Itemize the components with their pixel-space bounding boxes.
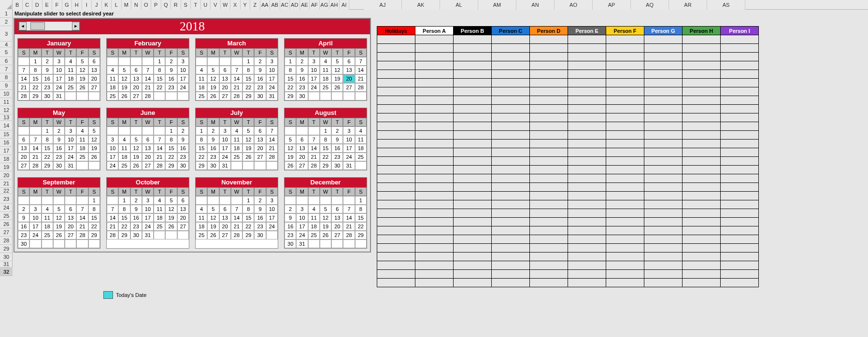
day-cell[interactable]: 21	[308, 153, 320, 161]
day-cell[interactable]: 18	[196, 83, 207, 92]
person-cell[interactable]	[530, 218, 568, 226]
day-cell[interactable]	[130, 57, 142, 66]
day-cell[interactable]: 25	[42, 231, 53, 239]
person-cell[interactable]	[644, 244, 683, 253]
person-cell[interactable]	[721, 70, 759, 79]
day-cell[interactable]: 17	[343, 144, 355, 153]
person-cell[interactable]	[721, 183, 759, 192]
col-header[interactable]: AA	[260, 0, 270, 10]
day-cell[interactable]: 21	[29, 153, 41, 161]
day-cell[interactable]: 12	[165, 205, 177, 213]
day-cell[interactable]: 2	[165, 57, 177, 66]
day-cell[interactable]: 22	[285, 83, 296, 92]
person-cell[interactable]	[644, 79, 683, 87]
person-cell[interactable]	[644, 96, 683, 105]
col-header[interactable]: I	[82, 0, 92, 10]
person-cell[interactable]	[377, 244, 415, 253]
day-cell[interactable]: 7	[29, 135, 41, 144]
person-cell[interactable]	[721, 174, 759, 183]
person-cell[interactable]	[454, 131, 492, 140]
person-cell[interactable]	[568, 183, 606, 192]
person-cell[interactable]	[721, 35, 759, 44]
col-header[interactable]: R	[171, 0, 181, 10]
person-cell[interactable]	[568, 122, 606, 131]
person-cell[interactable]	[492, 166, 530, 174]
person-cell[interactable]	[721, 235, 759, 244]
day-cell[interactable]: 5	[165, 196, 177, 205]
person-cell[interactable]	[377, 183, 415, 192]
person-cell[interactable]	[721, 87, 759, 96]
person-cell[interactable]	[606, 226, 644, 235]
person-cell[interactable]	[377, 166, 415, 174]
day-cell[interactable]	[355, 161, 367, 170]
day-cell[interactable]	[177, 231, 189, 239]
day-cell[interactable]	[196, 57, 207, 66]
day-cell[interactable]: 21	[18, 83, 29, 92]
day-cell[interactable]: 6	[177, 196, 189, 205]
day-cell[interactable]	[308, 196, 320, 205]
person-cell[interactable]	[606, 200, 644, 209]
person-cell[interactable]	[415, 174, 454, 183]
person-cell[interactable]	[454, 235, 492, 244]
day-cell[interactable]: 20	[142, 153, 154, 161]
person-header[interactable]: Person H	[683, 27, 721, 35]
day-cell[interactable]: 12	[242, 135, 254, 144]
day-cell[interactable]	[118, 126, 130, 135]
day-cell[interactable]: 19	[76, 74, 88, 83]
row-header[interactable]: 29	[0, 245, 13, 253]
day-cell[interactable]: 12	[130, 144, 142, 153]
person-cell[interactable]	[492, 44, 530, 53]
person-cell[interactable]	[683, 174, 721, 183]
person-cell[interactable]	[606, 113, 644, 122]
row-header[interactable]: 12	[0, 106, 13, 114]
person-cell[interactable]	[683, 131, 721, 140]
person-cell[interactable]	[568, 140, 606, 148]
person-cell[interactable]	[454, 226, 492, 235]
day-cell[interactable]	[29, 126, 41, 135]
day-cell[interactable]: 16	[130, 213, 142, 222]
day-cell[interactable]: 15	[242, 213, 254, 222]
col-header[interactable]: F	[52, 0, 62, 10]
day-cell[interactable]: 30	[285, 239, 296, 248]
person-cell[interactable]	[377, 35, 415, 44]
day-cell[interactable]	[308, 92, 320, 100]
day-cell[interactable]: 31	[266, 92, 278, 100]
day-cell[interactable]: 6	[130, 66, 142, 74]
person-cell[interactable]	[606, 253, 644, 261]
col-header[interactable]: Q	[161, 0, 171, 10]
col-header[interactable]: E	[43, 0, 53, 10]
person-cell[interactable]	[492, 148, 530, 157]
person-cell[interactable]	[377, 279, 415, 287]
day-cell[interactable]: 14	[266, 135, 278, 144]
day-cell[interactable]: 13	[296, 144, 308, 153]
day-cell[interactable]: 6	[219, 66, 231, 74]
day-cell[interactable]: 2	[42, 57, 53, 66]
day-cell[interactable]: 16	[285, 222, 296, 231]
person-cell[interactable]	[454, 70, 492, 79]
day-cell[interactable]: 21	[142, 83, 154, 92]
day-cell[interactable]: 25	[154, 222, 165, 231]
day-cell[interactable]: 24	[219, 153, 231, 161]
col-header[interactable]: AI	[340, 0, 350, 10]
day-cell[interactable]: 6	[18, 135, 29, 144]
day-cell[interactable]: 29	[355, 231, 367, 239]
person-cell[interactable]	[644, 183, 683, 192]
day-cell[interactable]: 18	[42, 222, 53, 231]
day-cell[interactable]: 11	[196, 74, 207, 83]
day-cell[interactable]: 23	[331, 153, 343, 161]
col-header[interactable]: D	[32, 0, 43, 10]
person-cell[interactable]	[644, 122, 683, 131]
person-cell[interactable]	[721, 253, 759, 261]
person-cell[interactable]	[568, 218, 606, 226]
person-cell[interactable]	[377, 218, 415, 226]
day-cell[interactable]: 3	[177, 57, 189, 66]
day-cell[interactable]: 12	[88, 135, 100, 144]
person-cell[interactable]	[721, 226, 759, 235]
day-cell[interactable]: 17	[177, 74, 189, 83]
person-cell[interactable]	[530, 122, 568, 131]
row-header[interactable]: 31	[0, 261, 13, 267]
col-header[interactable]: AD	[290, 0, 300, 10]
day-cell[interactable]: 28	[231, 92, 242, 100]
col-header[interactable]: AH	[329, 0, 340, 10]
day-cell[interactable]: 31	[219, 161, 231, 170]
